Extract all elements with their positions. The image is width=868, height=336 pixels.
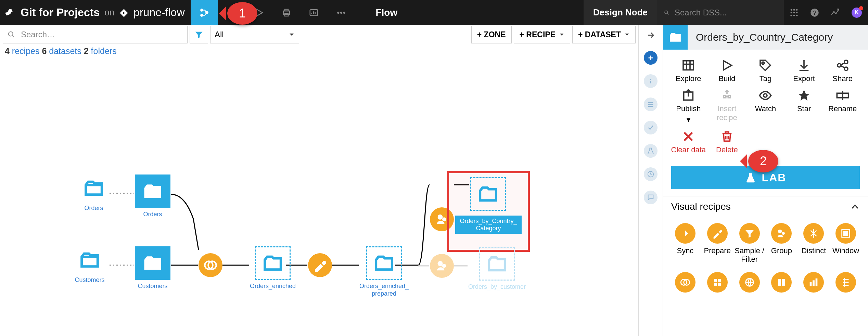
svg-point-48 [844, 60, 848, 64]
svg-point-12 [793, 9, 795, 11]
folders-link[interactable]: folders [91, 46, 117, 56]
vr-sample-filter[interactable]: Sample / Filter [733, 223, 766, 264]
visual-recipes-grid-row2 [663, 264, 868, 293]
project-name: Git for Projects [21, 6, 100, 19]
panel-title: Orders_by_Country_Category [688, 31, 833, 43]
chevron-down-icon [624, 32, 630, 37]
node-orders[interactable]: Orders [135, 175, 170, 218]
search-icon [3, 31, 20, 38]
action-tag[interactable]: Tag [746, 56, 785, 86]
vr-window[interactable]: Window [830, 223, 862, 264]
add-dataset-button[interactable]: + DATASET [572, 26, 636, 43]
svg-rect-64 [714, 283, 717, 286]
vr-extra-5[interactable] [797, 272, 830, 293]
chevron-down-icon [559, 32, 564, 37]
flow-tab-label[interactable]: Flow [362, 7, 411, 18]
rail-lab-icon[interactable] [644, 144, 658, 158]
global-search[interactable] [657, 0, 784, 25]
flow-stage[interactable]: Orders Orders Customers Customers [0, 58, 638, 332]
svg-point-15 [793, 12, 795, 13]
flow-search-input[interactable] [20, 30, 187, 39]
node-orders-source[interactable]: Orders [79, 175, 109, 212]
add-recipe-button[interactable]: + RECIPE [514, 26, 570, 43]
rail-chat-icon[interactable] [644, 191, 658, 204]
rail-add-icon[interactable] [644, 51, 658, 65]
action-publish[interactable]: Publish ▾ [669, 86, 708, 127]
dashboard-nav-icon[interactable] [300, 0, 328, 25]
svg-point-16 [796, 12, 798, 13]
svg-text:?: ? [813, 9, 816, 15]
recipe-group-bottom[interactable] [430, 254, 454, 278]
rail-history-icon[interactable] [644, 167, 658, 181]
instance-label[interactable]: Design Node [584, 0, 657, 25]
vr-extra-3[interactable] [733, 272, 766, 293]
node-orders-by-customer[interactable]: Orders_by_customer [468, 247, 526, 291]
svg-rect-68 [782, 279, 785, 286]
user-avatar[interactable]: K [852, 8, 862, 18]
action-build[interactable]: Build [708, 56, 746, 86]
node-orders-enriched[interactable]: Orders_enriched [250, 246, 296, 290]
print-nav-icon[interactable] [273, 0, 300, 25]
filter-select[interactable]: All [210, 26, 299, 43]
action-share[interactable]: Share [823, 56, 862, 86]
action-clear-data[interactable]: Clear data [669, 127, 708, 157]
svg-point-22 [9, 32, 13, 36]
vr-sync[interactable]: Sync [669, 223, 701, 264]
flow-canvas-area: All + ZONE + RECIPE + DATASET 4 recipes … [0, 25, 639, 336]
node-orders-by-country-category[interactable] [470, 177, 506, 211]
action-delete[interactable]: Delete [708, 127, 746, 157]
recipe-join[interactable] [199, 253, 222, 277]
svg-rect-67 [778, 279, 781, 286]
more-nav-icon[interactable] [328, 0, 355, 25]
right-rail [639, 25, 663, 336]
add-zone-button[interactable]: + ZONE [471, 26, 512, 43]
svg-point-14 [791, 12, 792, 13]
svg-rect-63 [718, 279, 721, 282]
apps-icon[interactable] [784, 8, 804, 17]
action-watch[interactable]: Watch [746, 86, 785, 127]
svg-point-57 [782, 232, 785, 235]
node-orders-enriched-prepared[interactable]: Orders_enriched_ prepared [359, 246, 409, 297]
svg-point-35 [438, 215, 442, 219]
global-search-input[interactable] [675, 8, 777, 17]
vr-extra-4[interactable] [766, 272, 798, 293]
logo-icon[interactable] [0, 0, 21, 25]
action-explore[interactable]: Explore [669, 56, 708, 86]
filter-button[interactable] [190, 26, 208, 43]
svg-rect-71 [816, 278, 818, 286]
vr-distinct[interactable]: Distinct [797, 223, 830, 264]
datasets-link[interactable]: datasets [49, 46, 81, 56]
collapse-arrow-icon[interactable] [646, 30, 655, 41]
action-rename[interactable]: Rename [823, 86, 862, 127]
visual-recipes-title: Visual recipes [671, 201, 731, 212]
svg-rect-52 [728, 95, 730, 98]
svg-point-36 [443, 218, 446, 221]
action-star[interactable]: Star [785, 86, 824, 127]
rail-check-icon[interactable] [644, 121, 658, 134]
vr-extra-2[interactable] [701, 272, 733, 293]
help-icon[interactable]: ? [804, 8, 825, 17]
svg-point-47 [838, 64, 841, 67]
node-customers-source[interactable]: Customers [75, 246, 105, 284]
chevron-up-icon[interactable] [850, 202, 860, 211]
svg-rect-70 [813, 280, 815, 286]
recipes-link[interactable]: recipes [12, 46, 40, 56]
recipe-prepare[interactable] [308, 253, 332, 277]
vr-group[interactable]: Group [766, 223, 798, 264]
vr-extra-6[interactable] [830, 272, 862, 293]
svg-point-56 [778, 230, 782, 233]
rail-info-icon[interactable] [644, 74, 658, 88]
app-header: Git for Projects on prune-flow Flow Desi… [0, 0, 868, 25]
flow-nav-icon[interactable] [191, 0, 218, 25]
details-panel: Orders_by_Country_Category Explore Build… [663, 25, 868, 336]
node-customers[interactable]: Customers [135, 246, 170, 290]
vr-prepare[interactable]: Prepare [701, 223, 733, 264]
on-label: on [104, 7, 114, 18]
svg-point-53 [764, 94, 767, 97]
rail-list-icon[interactable] [644, 98, 658, 111]
project-title[interactable]: Git for Projects on prune-flow [21, 6, 191, 19]
svg-point-8 [341, 12, 342, 13]
action-export[interactable]: Export [785, 56, 824, 86]
vr-extra-1[interactable] [669, 272, 701, 293]
activity-icon[interactable] [825, 8, 845, 17]
